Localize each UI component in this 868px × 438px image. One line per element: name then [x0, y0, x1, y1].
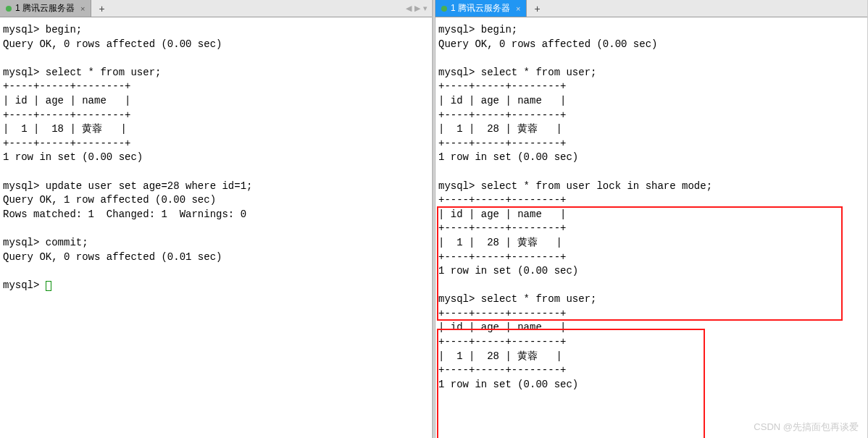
right-tab[interactable]: 1 腾讯云服务器 × [435, 0, 527, 17]
close-icon[interactable]: × [516, 4, 520, 13]
tab-label: 1 腾讯云服务器 [15, 2, 75, 14]
nav-right-icon[interactable]: ▶ [414, 4, 420, 13]
close-icon[interactable]: × [80, 4, 85, 13]
left-terminal[interactable]: mysql> begin; Query OK, 0 rows affected … [0, 17, 432, 438]
left-tab[interactable]: 1 腾讯云服务器 × [0, 0, 91, 17]
right-pane: 1 腾讯云服务器 × + mysql> begin; Query OK, 0 r… [435, 0, 868, 438]
watermark: CSDN @先搞面包再谈爱 [754, 421, 859, 434]
cursor-icon [46, 281, 51, 291]
status-dot-icon [6, 6, 12, 12]
right-tab-bar: 1 腾讯云服务器 × + [435, 0, 867, 17]
status-dot-icon [441, 6, 447, 12]
tab-label: 1 腾讯云服务器 [451, 2, 510, 14]
nav-left-icon[interactable]: ◀ [406, 4, 412, 13]
add-tab-button[interactable]: + [527, 1, 547, 17]
add-tab-button[interactable]: + [91, 1, 112, 17]
right-terminal[interactable]: mysql> begin; Query OK, 0 rows affected … [435, 17, 867, 438]
terminal-content: mysql> begin; Query OK, 0 rows affected … [3, 24, 252, 291]
left-pane: 1 腾讯云服务器 × + ◀ ▶ ▾ mysql> begin; Query O… [0, 0, 433, 438]
terminal-content: mysql> begin; Query OK, 0 rows affected … [438, 24, 712, 390]
left-tab-bar: 1 腾讯云服务器 × + ◀ ▶ ▾ [0, 0, 432, 17]
nav-arrows: ◀ ▶ ▾ [406, 4, 432, 13]
dropdown-icon[interactable]: ▾ [423, 4, 427, 13]
